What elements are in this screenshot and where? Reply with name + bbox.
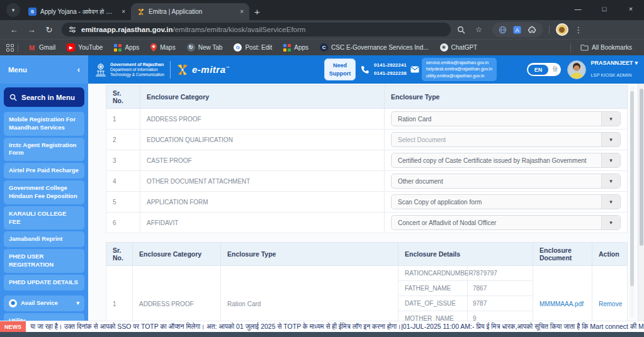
reload-button[interactable]: ↻ [42,25,57,35]
column-header: Action [592,243,628,266]
enclosure-document-link[interactable]: MMMMAAA.pdf [539,301,584,307]
tab-favicon: S [28,8,37,16]
sidebar-item-jamabandi-reprint[interactable]: Jamabandi Reprint [4,231,84,247]
sidebar-item-govt-college-hindaun[interactable]: Government College Hindaun Fee Depositio… [4,180,84,204]
support-phone-numbers: 0141-2922241 0141-2922238 [374,62,407,78]
butterfly-icon [176,64,189,76]
app-header: Menu ‹ Government of Rajasthan Departmen… [0,55,644,84]
enclosure-type-select[interactable]: Ration Card▾ [391,111,621,126]
enclosure-type-select[interactable]: Certified copy of Caste Certificate issu… [391,153,621,168]
tab-emitra-application[interactable]: Emitra | Application × [131,3,249,20]
url-bar[interactable]: emitraapp.rajasthan.gov.in/emitrams/emit… [62,23,451,36]
main-panel: Sr. No. Enclosure Category Enclosure Typ… [88,84,644,321]
browser-window: ▾ S Apply Yojana - आवेदन हो आसान Apply Y… [0,0,644,337]
tab-apply-yojana[interactable]: S Apply Yojana - आवेदन हो आसान Apply Yoj… [23,3,131,20]
bookmarks-bar: MGmail ▶YouTube Apps Maps ↻New Tab GPost… [0,39,644,55]
content-area: Search in Menu Mobile Registration For M… [0,84,644,321]
tab-title: Apply Yojana - आवेदन हो आसान Apply Yojan… [40,8,118,16]
maps-pin-icon [150,43,157,52]
new-tab-button[interactable]: + [254,6,260,17]
bookmark-apps[interactable]: Apps [108,44,145,52]
bookmark-gmail[interactable]: MGmail [22,43,61,52]
news-text: या जा रहा है। उक्त दिनांक से आपको SSO पर… [26,323,644,331]
chevron-down-icon: ▾ [601,174,620,188]
bookmark-csc[interactable]: CCSC E-Governance Services Ind... [314,43,434,52]
svg-text:A: A [515,26,519,33]
sidebar-item-airtel-recharge[interactable]: Airtel Pre Paid Recharge [4,163,84,179]
table-row: 3 CASTE PROOF Certified copy of Caste Ce… [106,150,628,171]
enclosure-type-select[interactable]: Select Document▾ [391,132,621,147]
all-bookmarks-button[interactable]: All Bookmarks [575,44,638,51]
forward-button[interactable]: → [24,25,39,35]
close-window-button[interactable]: × [618,0,644,18]
close-icon[interactable]: × [121,8,125,15]
enclosure-type-select[interactable]: Other document▾ [391,174,621,189]
table-row: 1 ADDRESS PROOF Ration Card RATIONCARDNU… [106,266,628,321]
table-row: 6 AFFIDAVIT Concert or Affadivit of Noda… [106,213,628,233]
extensions-puzzle-icon[interactable] [528,25,536,34]
remove-link[interactable]: Remove [599,301,622,307]
emitra-logo: e-mitra™ [176,64,230,76]
enclosure-details-table: Sr. No. Enclosure Category Enclosure Typ… [106,242,628,321]
translate-extension-icon[interactable]: A [513,26,521,34]
sidebar-menu-header: Menu ‹ [0,55,88,84]
column-header: Enclosure Category [140,86,385,109]
collapse-sidebar-icon[interactable]: ‹ [77,65,80,74]
user-role: LSP KIOSK ADMIN [590,72,631,78]
url-host: emitraapp.rajasthan.gov.in [81,26,173,33]
bookmark-maps[interactable]: Maps [145,43,181,52]
page-scrollbar[interactable] [638,84,644,321]
user-info[interactable]: PRASANNJEET▾ LSP KIOSK ADMIN [590,59,638,80]
sidebar-item-mobile-registration[interactable]: Mobile Registration For Maandhan Service… [4,112,84,136]
apps-launcher-icon[interactable] [6,44,14,52]
minimize-button[interactable]: — [565,0,591,18]
csc-icon: C [320,43,328,52]
bookmark-post-edit[interactable]: GPost: Edit [228,43,278,52]
sidebar-search-input[interactable]: Search in Menu [4,87,84,107]
site-info-icon[interactable] [69,26,76,33]
enclosure-type-select[interactable]: Concert or Affadivit of Nodal Officer▾ [391,215,621,230]
browser-toolbar: ← → ↻ emitraapp.rajasthan.gov.in/emitram… [0,20,644,39]
enclosure-type-select[interactable]: Scan Copy of application form▾ [391,194,621,209]
brand-name: e-mitra™ [192,64,230,75]
youtube-icon: ▶ [67,43,75,52]
email-icon [410,66,419,73]
url-path: /emitrams/emitra/kiosk/availServiceEform [173,26,306,33]
bookmark-chatgpt[interactable]: ✳ChatGPT [434,43,483,52]
table-row: 4 OTHER DOCUMENT ATTACHMENT Other docume… [106,171,628,192]
search-icon [9,94,17,101]
chevron-down-icon[interactable]: ▾ [635,59,638,67]
tab-search-button[interactable]: ▾ [6,3,20,17]
sidebar-item-irctc-agent[interactable]: Irctc Agent Registration Form [4,138,84,162]
content-scrollbar[interactable] [630,86,634,318]
close-icon[interactable]: × [240,8,244,15]
menu-label: Menu [8,66,27,74]
more-menu-icon[interactable]: ⋮ [571,25,586,35]
enclosure-type-table: Sr. No. Enclosure Category Enclosure Typ… [106,85,628,233]
back-button[interactable]: ← [6,25,21,35]
profile-avatar[interactable] [556,23,568,36]
column-header: Sr. No. [106,243,133,266]
chevron-down-icon: ▾ [601,112,620,126]
bookmark-new-tab[interactable]: ↻New Tab [181,43,229,52]
need-support-button[interactable]: Need Support [324,58,356,80]
toolbar-divider [549,25,550,34]
sidebar-item-phed-user-registration[interactable]: PHED USER REGISTRATION [4,249,84,273]
sidebar-item-karauli-college-fee[interactable]: KARAULI COLLEGE FEE [4,206,84,230]
restore-button[interactable]: □ [591,0,618,18]
column-header: Enclosure Type [221,243,398,266]
sidebar-item-phed-update-details[interactable]: PHED UPDATE DETAILS [4,275,84,290]
language-hi-button[interactable]: हि [553,66,557,74]
search-icon[interactable] [457,26,465,34]
bookmark-youtube[interactable]: ▶YouTube [61,43,108,52]
extensions-cluster: A [492,22,543,37]
user-avatar[interactable] [567,60,586,79]
sidebar-item-avail-service[interactable]: ◉ Avail Service ▾ [4,296,84,311]
sidebar-item-utility[interactable]: Utility [4,313,84,321]
chevron-down-icon: ▾ [601,216,620,229]
bookmark-apps-2[interactable]: Apps [278,44,314,52]
globe-extension-icon[interactable] [499,26,507,34]
news-badge: NEWS [0,321,26,332]
bookmark-star-icon[interactable]: ☆ [475,25,482,34]
language-en-button[interactable]: EN [528,65,549,75]
